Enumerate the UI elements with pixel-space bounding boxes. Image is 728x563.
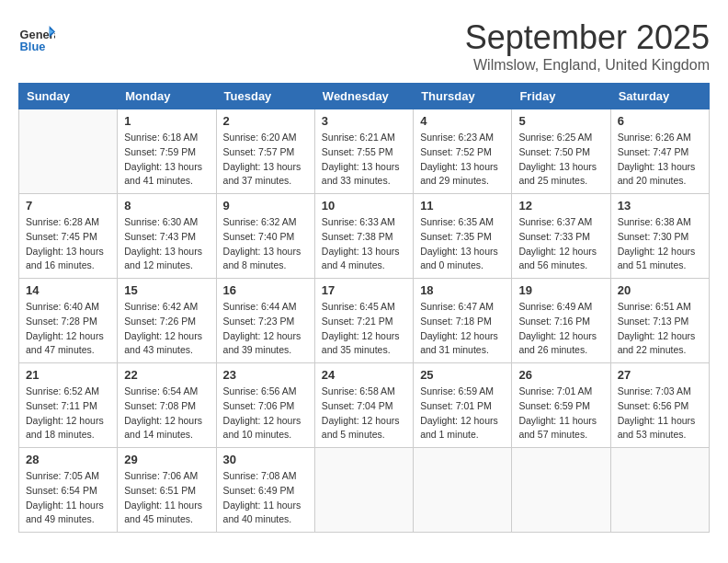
day-number: 12 [518, 199, 603, 213]
day-info: Sunrise: 6:38 AMSunset: 7:30 PMDaylight:… [618, 215, 702, 273]
calendar-cell: 26Sunrise: 7:01 AMSunset: 6:59 PMDayligh… [512, 363, 610, 448]
day-info: Sunrise: 6:28 AMSunset: 7:45 PMDaylight:… [26, 215, 110, 273]
day-info: Sunrise: 6:52 AMSunset: 7:11 PMDaylight:… [26, 385, 110, 442]
day-number: 13 [618, 199, 702, 213]
day-info: Sunrise: 7:08 AMSunset: 6:49 PMDaylight:… [223, 469, 308, 527]
calendar-cell: 7Sunrise: 6:28 AMSunset: 7:45 PMDaylight… [19, 194, 118, 279]
day-number: 18 [420, 283, 505, 297]
day-info: Sunrise: 6:45 AMSunset: 7:21 PMDaylight:… [322, 300, 406, 358]
calendar-cell: 13Sunrise: 6:38 AMSunset: 7:30 PMDayligh… [610, 194, 709, 279]
calendar-cell: 27Sunrise: 7:03 AMSunset: 6:56 PMDayligh… [610, 363, 709, 448]
calendar-cell: 17Sunrise: 6:45 AMSunset: 7:21 PMDayligh… [314, 279, 413, 363]
calendar-cell: 19Sunrise: 6:49 AMSunset: 7:16 PMDayligh… [512, 279, 610, 363]
day-number: 6 [618, 114, 702, 128]
day-number: 30 [223, 453, 308, 466]
logo-icon: General Blue [18, 18, 55, 55]
calendar-cell: 4Sunrise: 6:23 AMSunset: 7:52 PMDaylight… [414, 109, 512, 194]
calendar-week-row: 1Sunrise: 6:18 AMSunset: 7:59 PMDaylight… [19, 109, 710, 194]
calendar-cell: 9Sunrise: 6:32 AMSunset: 7:40 PMDaylight… [216, 194, 314, 279]
day-info: Sunrise: 7:01 AMSunset: 6:59 PMDaylight:… [518, 385, 603, 442]
calendar-week-row: 7Sunrise: 6:28 AMSunset: 7:45 PMDaylight… [19, 194, 710, 279]
day-number: 11 [420, 199, 505, 213]
svg-text:Blue: Blue [20, 40, 46, 53]
day-info: Sunrise: 6:26 AMSunset: 7:47 PMDaylight:… [618, 131, 702, 189]
page-header: General Blue September 2025 Wilmslow, En… [18, 18, 710, 74]
day-number: 25 [420, 368, 505, 382]
day-info: Sunrise: 7:06 AMSunset: 6:51 PMDaylight:… [124, 469, 209, 527]
calendar-cell: 29Sunrise: 7:06 AMSunset: 6:51 PMDayligh… [118, 448, 216, 533]
calendar-cell: 18Sunrise: 6:47 AMSunset: 7:18 PMDayligh… [414, 279, 512, 363]
calendar-cell: 20Sunrise: 6:51 AMSunset: 7:13 PMDayligh… [610, 279, 709, 363]
calendar-cell: 21Sunrise: 6:52 AMSunset: 7:11 PMDayligh… [19, 363, 118, 448]
calendar-cell: 3Sunrise: 6:21 AMSunset: 7:55 PMDaylight… [314, 109, 413, 194]
day-number: 1 [124, 114, 209, 128]
calendar-cell: 28Sunrise: 7:05 AMSunset: 6:54 PMDayligh… [19, 448, 118, 533]
day-number: 17 [322, 283, 406, 297]
day-number: 19 [518, 283, 603, 297]
day-info: Sunrise: 6:32 AMSunset: 7:40 PMDaylight:… [223, 215, 308, 273]
day-info: Sunrise: 6:56 AMSunset: 7:06 PMDaylight:… [223, 385, 308, 442]
day-info: Sunrise: 6:23 AMSunset: 7:52 PMDaylight:… [420, 131, 505, 189]
header-saturday: Saturday [610, 84, 709, 109]
calendar-cell: 24Sunrise: 6:58 AMSunset: 7:04 PMDayligh… [314, 363, 413, 448]
day-number: 7 [26, 199, 110, 213]
day-number: 27 [618, 368, 702, 382]
header-thursday: Thursday [414, 84, 512, 109]
day-info: Sunrise: 6:18 AMSunset: 7:59 PMDaylight:… [124, 131, 209, 189]
day-number: 10 [322, 199, 406, 213]
day-number: 5 [518, 114, 603, 128]
day-info: Sunrise: 6:42 AMSunset: 7:26 PMDaylight:… [124, 300, 209, 358]
calendar-cell: 6Sunrise: 6:26 AMSunset: 7:47 PMDaylight… [610, 109, 709, 194]
calendar-cell: 12Sunrise: 6:37 AMSunset: 7:33 PMDayligh… [512, 194, 610, 279]
calendar-cell: 22Sunrise: 6:54 AMSunset: 7:08 PMDayligh… [118, 363, 216, 448]
header-monday: Monday [118, 84, 216, 109]
day-number: 4 [420, 114, 505, 128]
calendar-cell [314, 448, 413, 533]
calendar-cell [512, 448, 610, 533]
day-number: 16 [223, 283, 308, 297]
header-friday: Friday [512, 84, 610, 109]
day-info: Sunrise: 6:21 AMSunset: 7:55 PMDaylight:… [322, 131, 406, 189]
day-info: Sunrise: 7:03 AMSunset: 6:56 PMDaylight:… [618, 385, 702, 442]
day-number: 21 [26, 368, 110, 382]
location-subtitle: Wilmslow, England, United Kingdom [465, 57, 710, 74]
header-wednesday: Wednesday [314, 84, 413, 109]
title-block: September 2025 Wilmslow, England, United… [465, 18, 710, 74]
day-info: Sunrise: 6:35 AMSunset: 7:35 PMDaylight:… [420, 215, 505, 273]
calendar-cell: 11Sunrise: 6:35 AMSunset: 7:35 PMDayligh… [414, 194, 512, 279]
day-number: 29 [124, 453, 209, 466]
day-info: Sunrise: 6:44 AMSunset: 7:23 PMDaylight:… [223, 300, 308, 358]
day-number: 26 [518, 368, 603, 382]
calendar-cell [19, 109, 118, 194]
calendar-week-row: 21Sunrise: 6:52 AMSunset: 7:11 PMDayligh… [19, 363, 710, 448]
calendar-cell: 5Sunrise: 6:25 AMSunset: 7:50 PMDaylight… [512, 109, 610, 194]
calendar-week-row: 14Sunrise: 6:40 AMSunset: 7:28 PMDayligh… [19, 279, 710, 363]
calendar-cell: 1Sunrise: 6:18 AMSunset: 7:59 PMDaylight… [118, 109, 216, 194]
day-info: Sunrise: 6:59 AMSunset: 7:01 PMDaylight:… [420, 385, 505, 442]
day-number: 24 [322, 368, 406, 382]
day-info: Sunrise: 6:40 AMSunset: 7:28 PMDaylight:… [26, 300, 110, 358]
day-info: Sunrise: 6:37 AMSunset: 7:33 PMDaylight:… [518, 215, 603, 273]
day-number: 23 [223, 368, 308, 382]
header-tuesday: Tuesday [216, 84, 314, 109]
header-sunday: Sunday [19, 84, 118, 109]
month-title: September 2025 [465, 18, 710, 57]
day-info: Sunrise: 7:05 AMSunset: 6:54 PMDaylight:… [26, 469, 110, 527]
day-number: 9 [223, 199, 308, 213]
day-number: 8 [124, 199, 209, 213]
day-info: Sunrise: 6:51 AMSunset: 7:13 PMDaylight:… [618, 300, 702, 358]
day-number: 20 [618, 283, 702, 297]
calendar-header-row: SundayMondayTuesdayWednesdayThursdayFrid… [19, 84, 710, 109]
calendar-cell: 23Sunrise: 6:56 AMSunset: 7:06 PMDayligh… [216, 363, 314, 448]
calendar-week-row: 28Sunrise: 7:05 AMSunset: 6:54 PMDayligh… [19, 448, 710, 533]
day-number: 14 [26, 283, 110, 297]
logo: General Blue [18, 18, 61, 55]
calendar-cell [414, 448, 512, 533]
calendar-cell: 2Sunrise: 6:20 AMSunset: 7:57 PMDaylight… [216, 109, 314, 194]
day-number: 3 [322, 114, 406, 128]
calendar-cell: 15Sunrise: 6:42 AMSunset: 7:26 PMDayligh… [118, 279, 216, 363]
calendar-cell: 25Sunrise: 6:59 AMSunset: 7:01 PMDayligh… [414, 363, 512, 448]
day-info: Sunrise: 6:54 AMSunset: 7:08 PMDaylight:… [124, 385, 209, 442]
calendar-cell: 30Sunrise: 7:08 AMSunset: 6:49 PMDayligh… [216, 448, 314, 533]
day-info: Sunrise: 6:25 AMSunset: 7:50 PMDaylight:… [518, 131, 603, 189]
